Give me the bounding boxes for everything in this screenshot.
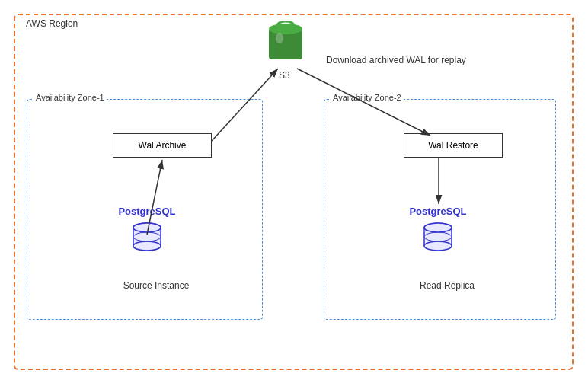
wal-archive-label: Wal Archive <box>139 140 187 151</box>
az2-label: Availability Zone-2 <box>331 93 404 102</box>
svg-point-2 <box>276 33 283 43</box>
source-instance-label: Source Instance <box>118 280 194 291</box>
s3-label: S3 <box>279 70 290 81</box>
pg-source-icon: PostgreSQL <box>113 206 181 267</box>
aws-region-label: AWS Region <box>23 18 81 29</box>
svg-point-13 <box>133 223 161 232</box>
svg-point-19 <box>424 232 452 241</box>
s3-icon <box>263 21 308 67</box>
svg-point-1 <box>269 24 302 34</box>
read-replica-label: Read Replica <box>417 280 478 291</box>
pg-source-text: PostgreSQL <box>118 206 175 217</box>
pg-replica-text: PostgreSQL <box>409 206 466 217</box>
svg-point-11 <box>133 241 161 251</box>
diagram-container: AWS Region S3 Download archived WAL for … <box>0 0 588 383</box>
wal-restore-label: Wal Restore <box>428 140 478 151</box>
wal-restore-box: Wal Restore <box>404 133 503 158</box>
pg-replica-icon: PostgreSQL <box>404 206 472 267</box>
svg-point-20 <box>424 223 452 232</box>
az1-label: Availability Zone-1 <box>34 93 107 102</box>
s3-description: Download archived WAL for replay <box>326 55 466 65</box>
svg-point-12 <box>133 232 161 241</box>
wal-archive-box: Wal Archive <box>113 133 212 158</box>
svg-point-18 <box>424 241 452 251</box>
